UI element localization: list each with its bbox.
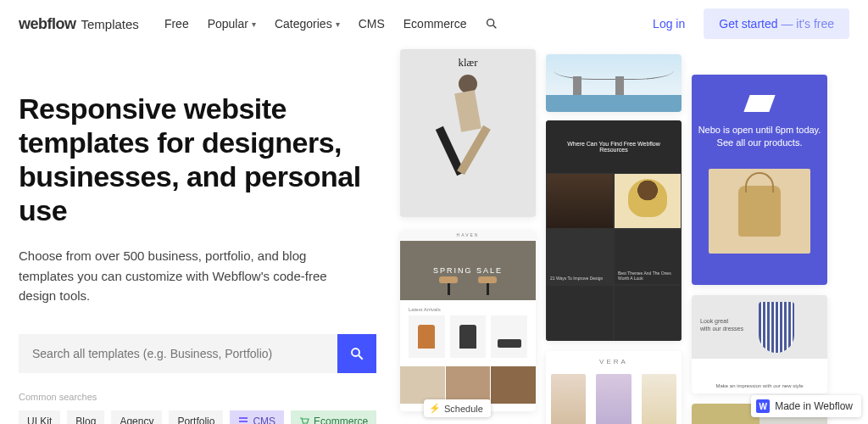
tag-ecommerce-label: Ecommerce	[314, 416, 368, 424]
chevron-down-icon: ▾	[252, 20, 256, 29]
tag-uikit[interactable]: UI Kit	[19, 410, 60, 424]
template-card-klaer[interactable]: klær	[400, 49, 536, 217]
brand-logo[interactable]: webflow Templates	[19, 15, 139, 33]
bridge-illustration	[546, 54, 682, 95]
get-started-button[interactable]: Get started — it's free	[704, 8, 849, 39]
search-submit-button[interactable]	[337, 334, 376, 373]
cta-sub-text: it's free	[796, 17, 834, 31]
svg-line-3	[359, 355, 363, 360]
schedule-badge[interactable]: ⚡ Schedule	[424, 399, 491, 417]
resources-hero-text: Where Can You Find Free Webflow Resource…	[546, 120, 682, 173]
template-card-nebo[interactable]: Nebo is open until 6pm today. See all ou…	[692, 75, 827, 285]
svg-rect-4	[239, 417, 248, 419]
product-row	[400, 315, 536, 358]
nav-search-button[interactable]	[485, 17, 498, 31]
tag-cms-label: CMS	[253, 416, 275, 424]
tag-agency[interactable]: Agency	[111, 410, 162, 424]
search-input[interactable]	[19, 334, 337, 373]
tag-portfolio[interactable]: Portfolio	[169, 410, 223, 424]
brand-main: webflow	[19, 15, 76, 33]
dresses-headline: Look great with our dresses	[700, 317, 743, 332]
template-card-haven[interactable]: HAVEN SPRING SALE Latest Arrivals	[400, 231, 536, 411]
cart-icon	[299, 416, 309, 424]
brand-sub: Templates	[81, 17, 139, 31]
model-illustration	[434, 75, 502, 202]
template-card-vera[interactable]: VERA COLLECTIONS SUMMER 2019	[546, 351, 682, 424]
latest-arrivals-label: Latest Arrivals	[400, 300, 536, 315]
nebo-product-image	[709, 169, 810, 254]
page-title: Responsive website templates for designe…	[19, 92, 366, 227]
svg-point-0	[487, 20, 494, 26]
vera-brand: VERA	[546, 351, 682, 369]
made-in-webflow-badge[interactable]: W Made in Webflow	[751, 395, 861, 417]
nebo-text-2: See all our products.	[717, 137, 803, 149]
made-in-webflow-label: Made in Webflow	[775, 400, 853, 412]
login-link[interactable]: Log in	[653, 17, 685, 31]
resources-grid: 21 Ways To Improve Design Best Themes An…	[546, 173, 682, 341]
cta-sep: —	[778, 17, 797, 31]
hero-section: Responsive website templates for designe…	[19, 47, 383, 424]
lightning-icon: ⚡	[429, 403, 441, 414]
page-subtitle: Choose from over 500 business, portfolio…	[19, 246, 358, 305]
template-card-resources[interactable]: Where Can You Find Free Webflow Resource…	[546, 120, 682, 341]
chevron-down-icon: ▾	[336, 20, 340, 29]
haven-brand: HAVEN	[400, 231, 536, 241]
cta-main-text: Get started	[719, 17, 777, 31]
stack-icon	[238, 416, 248, 424]
spring-sale-banner: SPRING SALE	[400, 241, 536, 300]
nav-cms[interactable]: CMS	[359, 17, 385, 31]
template-search-bar	[19, 334, 376, 373]
top-nav-bar: webflow Templates Free Popular ▾ Categor…	[0, 0, 868, 47]
nebo-text-1: Nebo is open until 6pm today.	[698, 124, 821, 137]
nav-categories[interactable]: Categories ▾	[275, 17, 340, 31]
svg-rect-5	[239, 421, 248, 422]
nav-popular-label: Popular	[208, 17, 248, 31]
tag-blog[interactable]: Blog	[67, 410, 104, 424]
tag-ecommerce[interactable]: Ecommerce	[291, 410, 376, 424]
nebo-logo-icon	[743, 95, 775, 112]
nav-categories-label: Categories	[275, 17, 332, 31]
nav-free[interactable]: Free	[164, 17, 189, 31]
schedule-label: Schedule	[444, 404, 483, 414]
svg-point-2	[352, 349, 359, 356]
search-icon	[485, 17, 498, 31]
spring-sale-text: SPRING SALE	[433, 266, 503, 275]
dress-illustration	[759, 302, 794, 353]
tag-cms[interactable]: CMS	[230, 410, 284, 424]
klaer-logo: klær	[458, 56, 477, 70]
common-searches-label: Common searches	[19, 392, 383, 402]
primary-nav: Free Popular ▾ Categories ▾ CMS Ecommerc…	[164, 17, 499, 31]
dresses-sub: Make an impression with our new style	[692, 377, 827, 393]
webflow-logo-icon: W	[756, 399, 770, 413]
nav-popular[interactable]: Popular ▾	[208, 17, 256, 31]
svg-line-1	[493, 25, 496, 28]
template-gallery: klær Where Can You Find Free Webflow Res…	[400, 47, 849, 424]
template-card-bridge[interactable]	[546, 54, 682, 112]
search-icon	[349, 346, 364, 361]
common-searches-tags: UI Kit Blog Agency Portfolio CMS Ecommer…	[19, 410, 383, 424]
template-card-dresses[interactable]: Look great with our dresses Make an impr…	[692, 295, 827, 393]
nav-ecommerce[interactable]: Ecommerce	[403, 17, 467, 31]
